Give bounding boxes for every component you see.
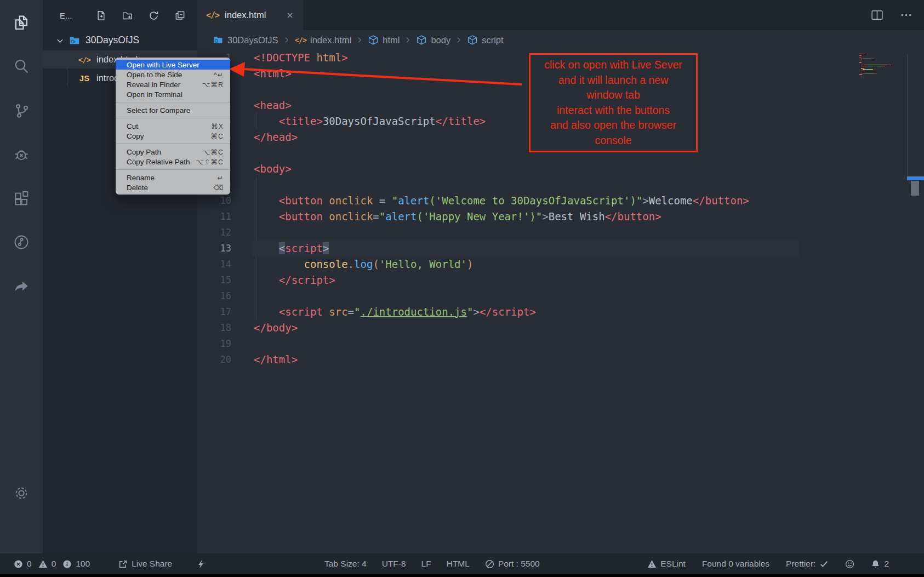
- close-icon[interactable]: [286, 11, 294, 20]
- breadcrumb-label: body: [431, 35, 450, 45]
- status-left-group: 00100Live Share: [14, 553, 206, 574]
- folder-icon: [69, 35, 81, 47]
- folder-icon: [213, 35, 224, 45]
- explorer-icon[interactable]: [13, 14, 30, 31]
- chevron-right-icon: [455, 36, 463, 44]
- breadcrumb-30daysofjs[interactable]: 30DaysOfJS: [213, 35, 278, 45]
- menu-item-shortcut: ⌘X: [211, 122, 224, 130]
- tab-label: index.html: [225, 10, 266, 20]
- menu-item-open-in-terminal[interactable]: Open in Terminal: [116, 89, 230, 99]
- minimap-line: [859, 56, 909, 56]
- menu-item-reveal-in-finder[interactable]: Reveal in Finder⌥⌘R: [116, 79, 230, 89]
- more-actions-icon[interactable]: [899, 8, 913, 22]
- code-line-15: 15 </script>: [197, 272, 924, 288]
- warning-triangle-icon: [647, 559, 657, 569]
- line-number: 17: [197, 304, 231, 320]
- status-item-prettier[interactable]: Prettier:: [786, 559, 829, 569]
- code-line-content: <button onclick = "alert('Welcome to 30D…: [254, 193, 749, 209]
- settings-gear-icon[interactable]: [13, 484, 30, 502]
- menu-item-label: Copy: [127, 132, 210, 140]
- menu-separator: [116, 102, 230, 102]
- code-line-content: console.log('Hello, World'): [254, 256, 473, 272]
- context-menu: Open with Live ServerOpen to the Side^↵R…: [116, 58, 230, 195]
- code-line-content: <body>: [254, 161, 292, 177]
- menu-item-label: Select for Compare: [127, 106, 224, 115]
- tree-item-root-folder[interactable]: 30DaysOfJS: [43, 31, 197, 49]
- status-item-100[interactable]: 100: [62, 559, 90, 569]
- status-item-eslint[interactable]: ESLint: [647, 559, 686, 569]
- menu-item-delete[interactable]: Delete⌫: [116, 182, 230, 192]
- breadcrumb-index-html[interactable]: </>index.html: [295, 35, 352, 45]
- menu-item-label: Open to the Side: [127, 71, 214, 79]
- window-bottom-edge: [0, 574, 924, 577]
- new-file-icon[interactable]: [96, 10, 106, 21]
- search-icon[interactable]: [13, 58, 30, 75]
- status-item-port-5500[interactable]: Port : 5500: [485, 559, 540, 569]
- debug-icon[interactable]: [13, 146, 30, 163]
- status-item-0[interactable]: 0: [38, 559, 56, 569]
- code-line-content: <script src="./introduction.js"></script…: [254, 304, 536, 320]
- status-item-0[interactable]: 0: [14, 559, 32, 569]
- chevron-down-icon: [56, 36, 64, 44]
- vscode-window: E... 30DaysOfJS </> index.html JS introd…: [0, 0, 924, 577]
- menu-item-rename[interactable]: Rename↵: [116, 173, 230, 182]
- menu-item-open-to-the-side[interactable]: Open to the Side^↵: [116, 70, 230, 79]
- code-line-8: 8<body>: [197, 161, 924, 177]
- menu-separator: [116, 144, 230, 144]
- menu-item-select-for-compare[interactable]: Select for Compare: [116, 105, 230, 115]
- html-file-icon: </>: [78, 54, 91, 65]
- history-circle-icon[interactable]: [13, 233, 30, 251]
- breadcrumb-body[interactable]: body: [416, 35, 450, 45]
- status-item-live-share[interactable]: Live Share: [118, 559, 172, 569]
- status-item-found-0-variables[interactable]: Found 0 variables: [702, 559, 769, 569]
- collapse-all-icon[interactable]: [175, 10, 185, 21]
- menu-item-cut[interactable]: Cut⌘X: [116, 121, 230, 131]
- status-item-utf-8[interactable]: UTF-8: [382, 559, 406, 569]
- menu-item-copy-path[interactable]: Copy Path⌥⌘C: [116, 147, 230, 157]
- extensions-icon[interactable]: [13, 190, 30, 207]
- menu-item-label: Open in Terminal: [127, 90, 224, 99]
- status-item-label: 0: [27, 559, 32, 569]
- status-item-2[interactable]: 2: [871, 559, 889, 569]
- minimap-line: [859, 67, 909, 67]
- tab-index-html[interactable]: </> index.html: [197, 0, 303, 30]
- tab-bar: </> index.html: [197, 0, 924, 30]
- annotation-box: click on open with Live Sever and it wil…: [529, 53, 698, 152]
- status-item-html[interactable]: HTML: [447, 559, 470, 569]
- menu-item-shortcut: ↵: [218, 174, 224, 182]
- code-line-content: <script>: [254, 241, 329, 256]
- line-number: 20: [197, 352, 231, 368]
- status-item-label: Prettier:: [786, 559, 815, 569]
- code-line-content: </script>: [254, 272, 335, 288]
- source-control-icon[interactable]: [13, 102, 30, 119]
- code-line-11: 11 <button onclick="alert('Happy New Yea…: [197, 209, 924, 225]
- minimap-line: [859, 62, 909, 62]
- share-forward-icon[interactable]: [13, 277, 30, 295]
- menu-item-copy-relative-path[interactable]: Copy Relative Path⌥⇧⌘C: [116, 157, 230, 167]
- status-item-tab-size-4[interactable]: Tab Size: 4: [324, 559, 367, 569]
- menu-item-open-with-live-server[interactable]: Open with Live Server: [116, 60, 230, 70]
- new-folder-icon[interactable]: [122, 10, 133, 21]
- code-line-10: 10 <button onclick = "alert('Welcome to …: [197, 193, 924, 209]
- lightning-icon: [196, 559, 206, 569]
- breadcrumb-html[interactable]: html: [368, 35, 400, 45]
- minimap-line: [859, 65, 909, 65]
- minimap-line: [859, 73, 909, 73]
- status-item-lightning[interactable]: [196, 559, 206, 569]
- status-item-smiley[interactable]: [845, 559, 854, 569]
- status-item-lf[interactable]: LF: [421, 559, 431, 569]
- refresh-icon[interactable]: [149, 10, 159, 21]
- breadcrumb-script[interactable]: script: [467, 35, 503, 45]
- minimap-line: [859, 59, 909, 59]
- split-editor-icon[interactable]: [870, 8, 884, 22]
- line-number: 11: [197, 209, 231, 225]
- cube-icon: [467, 35, 478, 45]
- code-icon: </>: [295, 36, 306, 44]
- status-item-label: Port : 5500: [498, 559, 540, 569]
- breadcrumb-label: script: [482, 35, 503, 45]
- scrollbar-thumb[interactable]: [911, 181, 919, 196]
- status-center-group: Tab Size: 4UTF-8LFHTMLPort : 5500: [324, 553, 540, 574]
- code-line-9: 9: [197, 177, 924, 193]
- menu-item-copy[interactable]: Copy⌘C: [116, 131, 230, 141]
- minimap[interactable]: [859, 54, 909, 78]
